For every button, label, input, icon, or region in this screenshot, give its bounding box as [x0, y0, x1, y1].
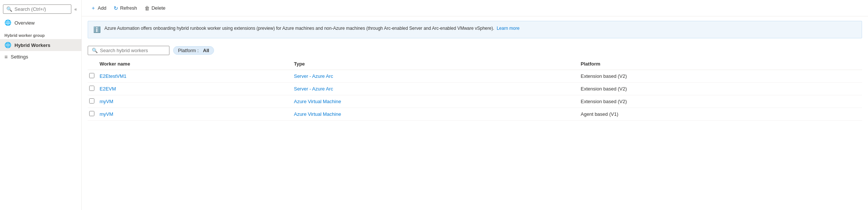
- row-2-type: Server - Azure Arc: [294, 83, 581, 95]
- platform-filter-badge[interactable]: Platform : All: [173, 46, 214, 55]
- row-3-checkbox-cell[interactable]: [88, 95, 100, 108]
- delete-label: Delete: [152, 5, 166, 11]
- sidebar-search-input[interactable]: [14, 6, 68, 12]
- add-icon: ＋: [91, 5, 96, 12]
- collapse-button[interactable]: «: [73, 7, 78, 12]
- row-4-checkbox-cell[interactable]: [88, 108, 100, 121]
- row-1-name-link[interactable]: E2EtestVM1: [100, 73, 126, 79]
- col-checkbox: [88, 58, 100, 70]
- hybrid-workers-icon: 🌐: [4, 42, 12, 48]
- row-3-name-link[interactable]: myVM: [100, 99, 113, 104]
- refresh-icon: ↻: [114, 5, 118, 11]
- row-3-checkbox[interactable]: [89, 98, 94, 104]
- info-banner: ℹ️ Azure Automation offers onboarding hy…: [88, 21, 862, 38]
- main-content: ＋ Add ↻ Refresh 🗑 Delete ℹ️ Azure Automa…: [82, 0, 868, 210]
- table-body: E2EtestVM1 Server - Azure Arc Extension …: [88, 70, 862, 121]
- row-3-name: myVM: [100, 95, 294, 108]
- row-4-checkbox[interactable]: [89, 111, 94, 116]
- learn-more-link[interactable]: Learn more: [497, 26, 519, 31]
- search-filter-box[interactable]: 🔍: [88, 46, 169, 55]
- row-1-type: Server - Azure Arc: [294, 70, 581, 83]
- row-1-type-link[interactable]: Server - Azure Arc: [294, 73, 333, 79]
- col-type: Type: [294, 58, 581, 70]
- add-label: Add: [98, 5, 106, 11]
- settings-label: Settings: [11, 54, 28, 60]
- settings-icon: ≡: [4, 54, 8, 60]
- row-2-name-link[interactable]: E2EVM: [100, 86, 116, 92]
- filter-row: 🔍 Platform : All: [82, 43, 868, 58]
- table-row: E2EtestVM1 Server - Azure Arc Extension …: [88, 70, 862, 83]
- delete-icon: 🗑: [145, 5, 150, 11]
- sidebar-item-hybrid-workers[interactable]: 🌐 Hybrid Workers: [0, 39, 81, 51]
- row-3-platform: Extension based (V2): [581, 95, 862, 108]
- overview-label: Overview: [14, 20, 35, 26]
- row-1-checkbox-cell[interactable]: [88, 70, 100, 83]
- globe-icon: 🌐: [4, 19, 12, 26]
- row-4-type-link[interactable]: Azure Virtual Machine: [294, 111, 341, 117]
- info-text: Azure Automation offers onboarding hybri…: [104, 25, 519, 32]
- hybrid-workers-label: Hybrid Workers: [14, 42, 51, 48]
- sidebar-search-row: 🔍 «: [3, 4, 78, 14]
- add-button[interactable]: ＋ Add: [88, 3, 109, 13]
- row-2-type-link[interactable]: Server - Azure Arc: [294, 86, 333, 92]
- col-worker-name: Worker name: [100, 58, 294, 70]
- row-4-name: myVM: [100, 108, 294, 121]
- search-filter-icon: 🔍: [92, 48, 98, 53]
- table-row: myVM Azure Virtual Machine Extension bas…: [88, 95, 862, 108]
- row-4-type: Azure Virtual Machine: [294, 108, 581, 121]
- delete-button[interactable]: 🗑 Delete: [142, 4, 169, 13]
- table-header: Worker name Type Platform: [88, 58, 862, 70]
- row-2-checkbox[interactable]: [89, 86, 94, 91]
- row-2-name: E2EVM: [100, 83, 294, 95]
- refresh-button[interactable]: ↻ Refresh: [111, 4, 140, 13]
- sidebar-search-box[interactable]: 🔍: [3, 4, 71, 14]
- search-hybrid-workers-input[interactable]: [100, 48, 165, 53]
- workers-table: Worker name Type Platform E2EtestVM1 Ser…: [88, 58, 862, 121]
- refresh-label: Refresh: [120, 5, 137, 11]
- info-banner-text: Azure Automation offers onboarding hybri…: [104, 26, 494, 31]
- sidebar-item-overview[interactable]: 🌐 Overview: [0, 17, 81, 29]
- sidebar-section-label: Hybrid worker group: [0, 29, 81, 39]
- row-4-name-link[interactable]: myVM: [100, 111, 113, 117]
- row-4-platform: Agent based (V1): [581, 108, 862, 121]
- row-3-type: Azure Virtual Machine: [294, 95, 581, 108]
- table-row: myVM Azure Virtual Machine Agent based (…: [88, 108, 862, 121]
- table-row: E2EVM Server - Azure Arc Extension based…: [88, 83, 862, 95]
- row-2-checkbox-cell[interactable]: [88, 83, 100, 95]
- col-platform: Platform: [581, 58, 862, 70]
- sidebar-item-settings[interactable]: ≡ Settings: [0, 51, 81, 63]
- platform-filter-label: Platform :: [178, 48, 199, 53]
- search-icon: 🔍: [6, 6, 12, 12]
- row-1-platform: Extension based (V2): [581, 70, 862, 83]
- row-1-name: E2EtestVM1: [100, 70, 294, 83]
- platform-filter-value: All: [203, 48, 209, 53]
- toolbar: ＋ Add ↻ Refresh 🗑 Delete: [82, 0, 868, 16]
- sidebar: 🔍 « 🌐 Overview Hybrid worker group 🌐 Hyb…: [0, 0, 82, 210]
- info-icon: ℹ️: [93, 25, 101, 34]
- table-area: Worker name Type Platform E2EtestVM1 Ser…: [82, 58, 868, 210]
- row-2-platform: Extension based (V2): [581, 83, 862, 95]
- row-3-type-link[interactable]: Azure Virtual Machine: [294, 99, 341, 104]
- row-1-checkbox[interactable]: [89, 73, 94, 78]
